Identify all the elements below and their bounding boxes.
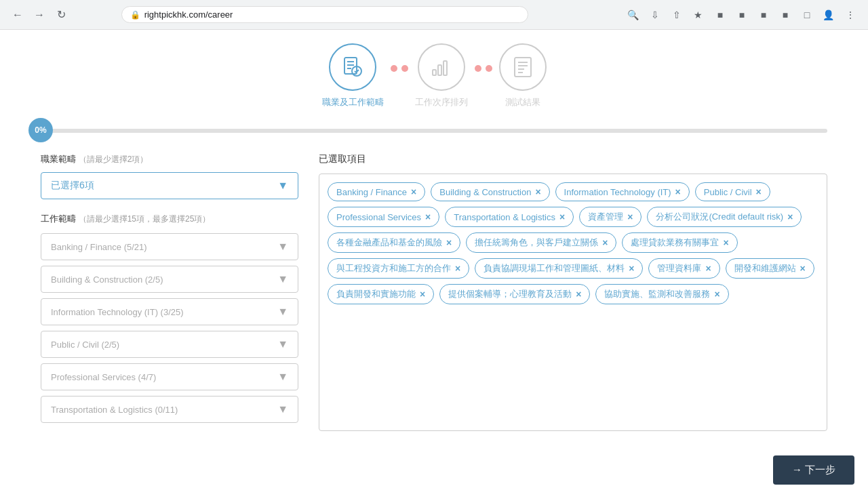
next-button[interactable]: → 下一步 [773, 455, 854, 485]
tag-w7-close[interactable]: × [629, 263, 634, 274]
address-bar[interactable]: 🔒 rightpickhk.com/career [121, 6, 528, 23]
extension1-button[interactable]: ■ [711, 5, 730, 24]
bookmark-button[interactable]: ★ [689, 5, 708, 24]
share-button[interactable]: ⇧ [667, 5, 686, 24]
url-text: rightpickhk.com/career [144, 9, 233, 20]
chevron-pc: ▼ [277, 338, 288, 350]
scope-item-it[interactable]: Information Technology (IT) (3/25) ▼ [41, 298, 298, 325]
tag-w12[interactable]: 協助實施、監測和改善服務 × [595, 284, 728, 304]
tag-w2-close[interactable]: × [787, 211, 793, 222]
step-3: 測試結果 [499, 43, 547, 108]
tag-w3[interactable]: 各種金融產品和基金的風險 × [328, 232, 460, 253]
scope-item-pc[interactable]: Public / Civil (2/5) ▼ [41, 331, 298, 358]
step-dots-2 [468, 65, 499, 72]
chevron-it: ▼ [277, 306, 288, 318]
search-browser-button[interactable]: 🔍 [624, 5, 643, 24]
tag-w3-close[interactable]: × [446, 237, 452, 248]
nav-buttons: ← → ↻ [8, 5, 71, 24]
dot4 [486, 65, 492, 72]
tag-pcivil[interactable]: Public / Civil × [695, 182, 770, 201]
tag-w11[interactable]: 提供個案輔導；心理教育及活動 × [439, 284, 590, 304]
step-2-circle [418, 43, 465, 91]
download-button[interactable]: ⇩ [646, 5, 665, 24]
career-selected-text: 已選擇6項 [51, 180, 94, 192]
scope-item-bf[interactable]: Banking / Finance (5/21) ▼ [41, 233, 298, 260]
step-1-circle [329, 43, 376, 91]
tag-w11-close[interactable]: × [576, 289, 581, 300]
step-2-label: 工作次序排列 [415, 96, 468, 108]
tab-view-button[interactable]: □ [797, 5, 816, 24]
step-1: 職業及工作範疇 [322, 43, 384, 108]
dot2 [401, 65, 408, 72]
scope-item-tl[interactable]: Transportation & Logistics (0/11) ▼ [41, 396, 298, 423]
bottom-bar: → 下一步 [0, 445, 868, 488]
tag-w5[interactable]: 處理貸款業務有關事宜 × [622, 232, 737, 253]
tag-bc[interactable]: Building & Construction × [431, 182, 549, 201]
scope-item-ps[interactable]: Professional Services (4/7) ▼ [41, 363, 298, 390]
chevron-tl: ▼ [277, 403, 288, 415]
tag-tl[interactable]: Transportation & Logistics × [445, 207, 574, 227]
lock-icon: 🔒 [130, 10, 140, 20]
tag-w12-close[interactable]: × [714, 289, 719, 300]
tag-w7[interactable]: 負責協調現場工作和管理圖紙、材料 × [475, 258, 643, 279]
step-dots-1 [384, 65, 415, 72]
tag-pcivil-close[interactable]: × [756, 186, 762, 197]
left-panel: 職業範疇 （請最少選擇2項） 已選擇6項 ▼ 工作範疇 （請最少選擇15項，最多… [41, 153, 298, 431]
tag-proserv[interactable]: Professional Services × [328, 207, 439, 227]
tag-it[interactable]: Information Technology (IT) × [555, 182, 690, 201]
work-scope-list: Banking / Finance (5/21) ▼ Building & Co… [41, 233, 298, 423]
tag-w9-close[interactable]: × [800, 263, 806, 274]
work-scope-label: 工作範疇 （請最少選擇15項，最多選擇25項） [41, 213, 298, 225]
tag-w10[interactable]: 負責開發和實施功能 × [328, 284, 434, 304]
profile-button[interactable]: 👤 [819, 5, 838, 24]
tag-it-close[interactable]: × [675, 186, 681, 197]
tag-bc-close[interactable]: × [535, 186, 540, 197]
step-2: 工作次序排列 [415, 43, 468, 108]
step-3-circle [499, 43, 547, 91]
tag-bf[interactable]: Banking / Finance × [328, 182, 425, 201]
main-layout: 職業範疇 （請最少選擇2項） 已選擇6項 ▼ 工作範疇 （請最少選擇15項，最多… [41, 153, 827, 431]
progress-steps: 職業及工作範疇 工作次序排列 [41, 43, 827, 108]
svg-rect-9 [443, 61, 447, 75]
tag-w8[interactable]: 管理資料庫 × [648, 258, 719, 279]
tag-w1[interactable]: 資產管理 × [579, 207, 642, 227]
forward-button[interactable]: → [30, 5, 49, 24]
tag-w5-close[interactable]: × [723, 237, 728, 248]
svg-rect-10 [515, 58, 531, 77]
reload-button[interactable]: ↻ [52, 5, 71, 24]
chevron-ps: ▼ [277, 371, 288, 383]
scope-item-bc[interactable]: Building & Construction (2/5) ▼ [41, 266, 298, 293]
page-content: 職業及工作範疇 工作次序排列 [27, 30, 841, 445]
tag-bf-close[interactable]: × [411, 186, 416, 197]
tag-w2[interactable]: 分析公司狀況(Credit default risk) × [647, 207, 802, 227]
career-dropdown-arrow: ▼ [277, 180, 288, 192]
tag-w10-close[interactable]: × [420, 289, 425, 300]
back-button[interactable]: ← [8, 5, 27, 24]
chevron-bc: ▼ [277, 273, 288, 285]
menu-button[interactable]: ⋮ [841, 5, 860, 24]
browser-actions: 🔍 ⇩ ⇧ ★ ■ ■ ■ ■ □ 👤 ⋮ [624, 5, 860, 24]
extension3-button[interactable]: ■ [754, 5, 773, 24]
right-panel: 已選取項目 Banking / Finance × Building & Con… [319, 153, 827, 431]
progress-bubble: 0% [28, 118, 53, 142]
step-3-label: 測試結果 [505, 96, 540, 108]
extension4-button[interactable]: ■ [776, 5, 795, 24]
dot1 [391, 65, 397, 72]
tag-w4-close[interactable]: × [602, 237, 608, 248]
progress-bar-container: 0% [41, 129, 827, 133]
tag-w4[interactable]: 擔任統籌角色，與客戶建立關係 × [466, 232, 616, 253]
selected-label: 已選取項目 [319, 153, 827, 165]
tag-proserv-close[interactable]: × [425, 211, 431, 222]
tag-w9[interactable]: 開發和維護網站 × [726, 258, 814, 279]
tag-w1-close[interactable]: × [627, 211, 633, 222]
career-section-label: 職業範疇 （請最少選擇2項） [41, 153, 298, 165]
extension2-button[interactable]: ■ [732, 5, 751, 24]
svg-rect-8 [438, 65, 441, 75]
tag-w6[interactable]: 與工程投資方和施工方的合作 × [328, 258, 469, 279]
tag-w6-close[interactable]: × [455, 263, 460, 274]
career-dropdown[interactable]: 已選擇6項 ▼ [41, 172, 298, 199]
dot3 [475, 65, 481, 72]
tag-w8-close[interactable]: × [705, 263, 711, 274]
tag-tl-close[interactable]: × [559, 211, 565, 222]
progress-bar-track [41, 129, 827, 133]
